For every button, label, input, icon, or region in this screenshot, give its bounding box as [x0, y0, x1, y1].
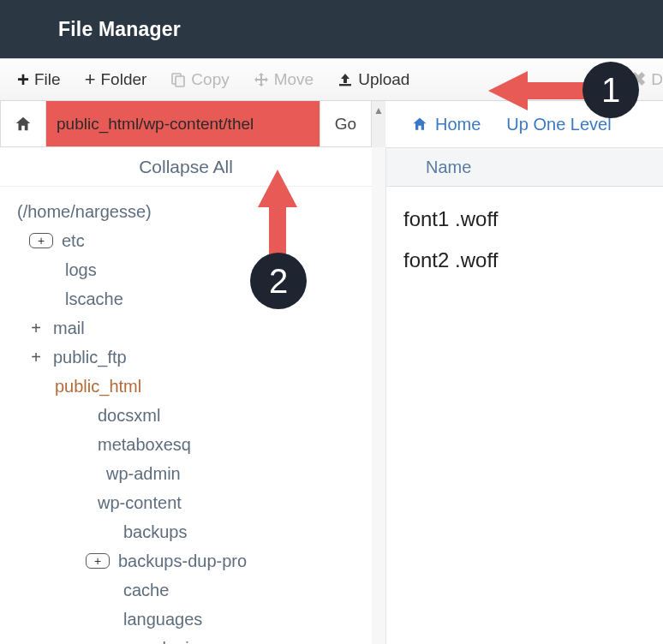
go-button[interactable]: Go: [320, 101, 371, 146]
expand-icon[interactable]: +: [27, 313, 45, 343]
collapse-tri-icon: ▲: [373, 104, 384, 116]
copy-icon: [170, 72, 186, 87]
upload-icon: [337, 72, 353, 87]
annotation-badge-2: 2: [250, 253, 307, 309]
copy-label: Copy: [191, 70, 229, 89]
delete-label: D: [651, 70, 663, 89]
tree-node-wp-admin[interactable]: wp-admin: [17, 459, 368, 488]
pane-divider[interactable]: ▲: [372, 101, 385, 147]
tree-node-logs[interactable]: logs: [17, 255, 368, 284]
upload-button[interactable]: Upload: [326, 59, 421, 100]
expand-icon[interactable]: +: [86, 553, 110, 569]
file-row[interactable]: font2 .woff: [403, 240, 663, 281]
copy-button[interactable]: Copy: [158, 59, 241, 100]
tree-node-public-html[interactable]: public_html: [17, 372, 368, 401]
home-link[interactable]: Home: [411, 115, 481, 134]
home-icon: [14, 115, 33, 134]
tree-node-languages[interactable]: languages: [17, 605, 368, 634]
file-row[interactable]: font1 .woff: [403, 199, 663, 240]
annotation-arrow-1: [488, 76, 591, 105]
tree-node-cache[interactable]: cache: [17, 575, 368, 605]
svg-rect-2: [339, 84, 351, 86]
app-title: File Manager: [58, 18, 181, 41]
new-folder-label: Folder: [101, 70, 147, 89]
file-list: font1 .woff font2 .woff: [386, 187, 663, 281]
new-file-label: File: [34, 70, 61, 89]
expand-icon[interactable]: +: [29, 233, 53, 248]
tree-node-public-ftp[interactable]: + public_ftp: [17, 343, 368, 372]
home-icon-button[interactable]: [0, 101, 46, 147]
move-button[interactable]: Move: [242, 59, 326, 100]
folder-tree-pane: Collapse All (/home/nargesse) + etc logs…: [0, 147, 372, 644]
tree-root[interactable]: (/home/nargesse): [17, 197, 368, 226]
tree-node-lscache[interactable]: lscache: [17, 284, 368, 313]
move-label: Move: [274, 70, 314, 89]
upload-label: Upload: [358, 70, 409, 89]
home-icon: [411, 116, 428, 133]
tree-node-mu-plugins[interactable]: mu-plugins: [17, 634, 368, 644]
collapse-all-button[interactable]: Collapse All: [0, 147, 372, 187]
tree-node-backups-dup-pro[interactable]: + backups-dup-pro: [17, 546, 368, 575]
path-input[interactable]: [46, 101, 320, 146]
tree-node-backups[interactable]: backups: [17, 517, 368, 546]
annotation-arrow-2: [262, 170, 293, 257]
path-bar: Go: [0, 101, 372, 147]
annotation-badge-1: 1: [582, 62, 639, 118]
home-link-label: Home: [435, 115, 481, 134]
up-one-level-link[interactable]: Up One Level: [506, 115, 611, 134]
tree-node-metaboxesq[interactable]: metaboxesq: [17, 430, 368, 459]
folder-tree: (/home/nargesse) + etc logs lscache + ma…: [0, 187, 372, 644]
new-file-button[interactable]: + File: [5, 59, 73, 100]
app-header: File Manager: [0, 0, 663, 58]
svg-rect-1: [176, 76, 184, 86]
expand-icon[interactable]: +: [27, 343, 45, 372]
tree-node-docsxml[interactable]: docsxml: [17, 401, 368, 430]
column-header-name[interactable]: Name: [386, 147, 663, 187]
tree-node-mail[interactable]: + mail: [17, 313, 368, 343]
tree-node-etc[interactable]: + etc: [17, 226, 368, 255]
tree-node-wp-content[interactable]: wp-content: [17, 488, 368, 517]
new-folder-button[interactable]: + Folder: [73, 59, 159, 100]
move-icon: [254, 72, 269, 87]
file-list-pane: Name font1 .woff font2 .woff: [385, 147, 663, 644]
